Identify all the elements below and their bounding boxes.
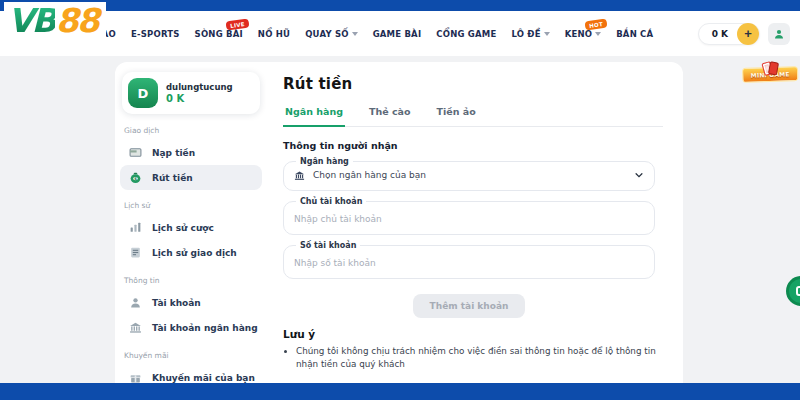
svg-text:$: $ (134, 176, 137, 181)
bottom-blue-bar (0, 383, 800, 400)
avatar: D (128, 78, 158, 108)
sidebar-item-nap-tien[interactable]: Nạp tiền (120, 140, 262, 165)
tab-tien-ao[interactable]: Tiền ảo (435, 103, 478, 126)
account-holder-field: Chủ tài khoản (283, 197, 655, 235)
live-badge: LIVE (226, 18, 250, 30)
note-item: Chúng tôi không chịu trách nhiệm cho việ… (296, 345, 663, 371)
note-title: Lưu ý (283, 328, 663, 340)
section-title-lich-su: Lịch sử (124, 201, 258, 210)
page: THỂ THAO E-SPORTS SÒNG BÀI LIVE NỔ HŨ QU… (0, 0, 800, 400)
chevron-down-icon (595, 32, 601, 36)
tab-ngan-hang[interactable]: Ngân hàng (283, 103, 345, 127)
vb88-logo[interactable]: VB88 (4, 2, 106, 39)
chat-icon (796, 286, 800, 296)
sidebar-item-tai-khoan[interactable]: Tài khoản (120, 290, 262, 315)
deposit-plus-button[interactable]: + (737, 23, 759, 45)
section-title-khuyen-mai: Khuyến mãi (124, 351, 258, 360)
user-icon (129, 296, 142, 309)
bank-icon (294, 170, 305, 181)
withdraw-panel: Rút tiền Ngân hàng Thẻ cào Tiền ảo Thông… (283, 62, 663, 371)
nav-item-no-hu[interactable]: NỔ HŨ (258, 29, 290, 39)
history-icon (129, 221, 142, 234)
wallet-icon: $ (129, 171, 142, 184)
nav-item-quay-so[interactable]: QUAY SỐ (305, 29, 358, 39)
nav-item-esports[interactable]: E-SPORTS (131, 29, 180, 39)
nav-item-song-bai[interactable]: SÒNG BÀI LIVE (195, 29, 243, 39)
content-card: D dulungtucung 0 K Giao dịch Nạp tiền $ … (115, 62, 683, 400)
sidebar-item-lich-su-giao-dich[interactable]: Lịch sử giao dịch (120, 240, 262, 265)
bank-icon (129, 321, 142, 334)
withdraw-tabs: Ngân hàng Thẻ cào Tiền ảo (283, 103, 663, 127)
chevron-down-icon (352, 32, 358, 36)
bank-select-label: Ngân hàng (296, 157, 353, 166)
chevron-down-icon (634, 170, 644, 180)
account-number-field: Số tài khoản (283, 241, 655, 279)
recipient-info-heading: Thông tin người nhận (283, 140, 663, 151)
receipt-icon (129, 246, 142, 259)
section-title-thong-tin: Thông tin (124, 276, 258, 285)
account-holder-input[interactable] (294, 211, 644, 227)
account-number-label: Số tài khoản (296, 241, 360, 250)
balance-pill[interactable]: 0 K + (698, 23, 760, 45)
note-list: Chúng tôi không chịu trách nhiệm cho việ… (283, 345, 663, 371)
account-number-input[interactable] (294, 255, 644, 271)
section-title-giao-dich: Giao dịch (124, 126, 258, 135)
username: dulungtucung (166, 81, 233, 94)
user-icon (773, 28, 785, 40)
nav-item-keno[interactable]: KENO HOT (565, 29, 602, 39)
hot-badge: HOT (585, 18, 608, 30)
balance-amount: 0 K (712, 29, 728, 39)
page-title: Rút tiền (283, 75, 663, 93)
sidebar-item-lich-su-cuoc[interactable]: Lịch sử cược (120, 215, 262, 240)
mini-game-button[interactable]: MINI GAME (742, 55, 799, 83)
nav-item-ban-ca[interactable]: BẮN CÁ (616, 29, 653, 39)
user-card: D dulungtucung 0 K (122, 72, 260, 114)
sidebar-item-rut-tien[interactable]: $ Rút tiền (120, 165, 262, 190)
nav-item-lo-de[interactable]: LÔ ĐỀ (511, 29, 549, 39)
floating-chat-button[interactable] (786, 276, 800, 306)
nav-item-game-bai[interactable]: GAME BÀI (373, 29, 422, 39)
account-button[interactable] (768, 23, 790, 45)
top-blue-bar (0, 0, 800, 11)
bank-select[interactable]: Chọn ngân hàng của bạn (294, 167, 644, 183)
add-account-button[interactable]: Thêm tài khoản (413, 294, 526, 318)
card-icon (129, 146, 142, 159)
nav-item-cong-game[interactable]: CỔNG GAME (436, 29, 496, 39)
tab-the-cao[interactable]: Thẻ cào (367, 103, 413, 126)
user-balance: 0 K (166, 93, 233, 105)
bank-select-placeholder: Chọn ngân hàng của bạn (313, 170, 426, 180)
chevron-down-icon (544, 32, 550, 36)
account-holder-label: Chủ tài khoản (296, 197, 366, 206)
sidebar-item-tai-khoan-ngan-hang[interactable]: Tài khoản ngân hàng (120, 315, 262, 340)
nav-right: 0 K + (698, 23, 800, 45)
bank-select-field: Ngân hàng Chọn ngân hàng của bạn (283, 157, 655, 191)
nav-menu: THỂ THAO E-SPORTS SÒNG BÀI LIVE NỔ HŨ QU… (66, 29, 653, 39)
main-nav: THỂ THAO E-SPORTS SÒNG BÀI LIVE NỔ HŨ QU… (0, 11, 800, 56)
sidebar: D dulungtucung 0 K Giao dịch Nạp tiền $ … (115, 62, 267, 400)
